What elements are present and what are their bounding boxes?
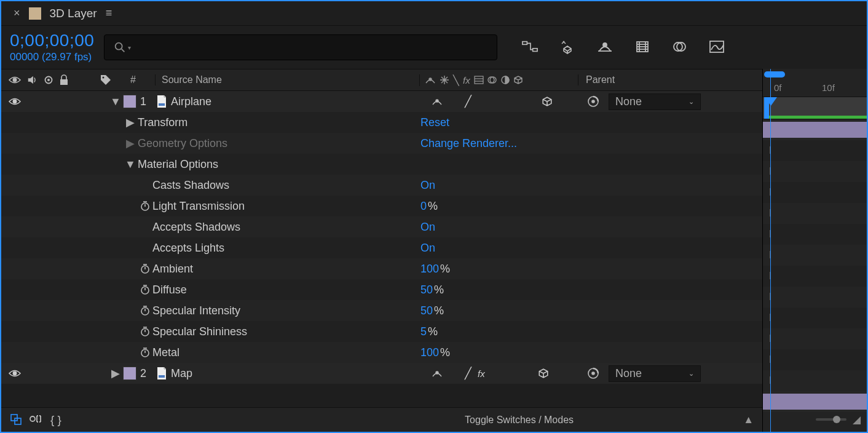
prop-row-ambient[interactable]: Ambient 100% — [1, 258, 762, 279]
stopwatch-icon[interactable] — [138, 305, 152, 316]
quality-switch-icon[interactable]: ╱ — [465, 367, 471, 380]
3d-switch-icon[interactable] — [542, 96, 553, 107]
parent-value: None — [615, 95, 642, 108]
prop-name: Diffuse — [152, 284, 420, 296]
stopwatch-icon[interactable] — [138, 201, 152, 212]
shy-icon[interactable] — [597, 40, 613, 55]
reset-link[interactable]: Reset — [420, 116, 449, 129]
cached-preview-bar — [769, 116, 867, 119]
shy-switch-icon[interactable] — [432, 97, 443, 106]
pickwhip-icon[interactable] — [586, 95, 600, 108]
prop-row-specular-shininess[interactable]: Specular Shininess 5% — [1, 321, 762, 342]
prop-value[interactable]: 50 — [420, 284, 433, 296]
group-row-transform[interactable]: ▶ Transform Reset — [1, 112, 762, 133]
tick-label: 10f — [822, 82, 835, 93]
svg-point-54 — [592, 372, 594, 375]
pct-label: % — [440, 346, 450, 359]
twirl-down-icon[interactable]: ▼ — [123, 158, 138, 171]
svg-point-50 — [13, 371, 16, 375]
comp-flowchart-icon[interactable] — [522, 40, 538, 55]
group-row-geometry[interactable]: ▶ Geometry Options Change Renderer... — [1, 133, 762, 154]
prop-value[interactable]: On — [420, 179, 435, 192]
twirl-right-icon[interactable]: ▶ — [108, 367, 123, 380]
index-col-header[interactable]: # — [130, 74, 155, 85]
visibility-col-icon[interactable] — [9, 75, 21, 85]
parent-dropdown[interactable]: None ⌄ — [609, 93, 701, 110]
work-area-bar[interactable] — [764, 71, 785, 77]
time-nav-strip[interactable] — [763, 97, 867, 119]
layer-name[interactable]: Airplane — [171, 95, 428, 108]
zoom-slider-track[interactable] — [816, 418, 846, 421]
prop-row-metal[interactable]: Metal 100% — [1, 342, 762, 363]
layer-name[interactable]: Map — [171, 367, 428, 380]
fx-switch-icon[interactable]: fx — [478, 368, 485, 379]
group-row-material[interactable]: ▼ Material Options — [1, 154, 762, 175]
main-area: # Source Name ╲ fx Parent — [1, 69, 867, 432]
footage-icon — [152, 367, 171, 380]
prop-value[interactable]: 100 — [420, 263, 439, 276]
tl-layer-bar-map[interactable] — [763, 391, 867, 412]
prop-value[interactable]: 100 — [420, 346, 439, 359]
timeline-area[interactable]: 0f 10f I I I I I I I I I I I I — [762, 69, 867, 432]
prop-value[interactable]: On — [420, 242, 435, 255]
current-timecode[interactable]: 0;00;00;00 — [10, 31, 94, 50]
layer-row-airplane[interactable]: ▼ 1 Airplane ╱ — [1, 91, 762, 112]
prop-name: Light Transmission — [152, 200, 420, 213]
prop-value[interactable]: 5 — [420, 325, 427, 338]
toggle-switches-button[interactable]: Toggle Switches / Modes — [61, 415, 743, 426]
braces-icon[interactable]: { } — [50, 413, 61, 427]
prop-value[interactable]: 50 — [420, 304, 433, 317]
parent-col-header[interactable]: Parent — [578, 74, 762, 85]
visibility-icon[interactable] — [9, 368, 21, 378]
prop-name: Specular Intensity — [152, 304, 420, 317]
parent-dropdown[interactable]: None ⌄ — [609, 365, 701, 382]
render-queue-icon[interactable] — [10, 413, 22, 427]
prop-row-accepts-shadows[interactable]: Accepts Shadows On — [1, 217, 762, 237]
motion-blur-icon[interactable] — [672, 40, 687, 55]
stopwatch-icon[interactable] — [138, 284, 152, 295]
source-col-header[interactable]: Source Name — [155, 74, 419, 85]
frame-blend-icon[interactable] — [635, 40, 650, 55]
prop-row-accepts-lights[interactable]: Accepts Lights On — [1, 237, 762, 258]
pickwhip-icon[interactable] — [586, 367, 600, 380]
zoom-mountain-icon[interactable]: ◢ — [853, 413, 861, 426]
shy-switch-icon[interactable] — [432, 369, 443, 378]
prop-row-diffuse[interactable]: Diffuse 50% — [1, 279, 762, 300]
panel-menu-icon[interactable]: ≡ — [106, 7, 112, 20]
stopwatch-icon[interactable] — [138, 326, 152, 337]
layer-color-chip[interactable] — [123, 367, 136, 380]
prop-row-specular-intensity[interactable]: Specular Intensity 50% — [1, 300, 762, 321]
twirl-right-icon[interactable]: ▶ — [123, 116, 138, 129]
visibility-icon[interactable] — [9, 97, 21, 106]
lock-col-icon[interactable] — [59, 74, 69, 85]
time-ruler[interactable]: 0f 10f — [763, 69, 867, 97]
audio-col-icon[interactable] — [27, 74, 38, 85]
tab-bar: × 3D Layer ≡ — [1, 1, 867, 26]
twirl-right-icon[interactable]: ▶ — [123, 137, 138, 150]
draft-3d-icon[interactable] — [560, 40, 575, 55]
prop-value[interactable]: On — [420, 221, 435, 234]
search-input[interactable]: ▾ — [104, 34, 497, 60]
brackets-icon[interactable] — [30, 413, 43, 427]
quality-switch-icon[interactable]: ╱ — [465, 95, 471, 108]
layer-row-map[interactable]: ▶ 2 Map ╱ fx — [1, 363, 762, 384]
solo-col-icon[interactable] — [44, 76, 53, 84]
timecode-block[interactable]: 0;00;00;00 00000 (29.97 fps) — [10, 31, 94, 63]
twirl-down-icon[interactable]: ▼ — [108, 95, 123, 108]
change-renderer-link[interactable]: Change Renderer... — [420, 137, 517, 150]
close-tab-icon[interactable]: × — [14, 7, 20, 20]
prop-row-light-transmission[interactable]: Light Transmission 0% — [1, 196, 762, 217]
stopwatch-icon[interactable] — [138, 263, 152, 274]
zoom-in-icon[interactable]: ▲ — [743, 414, 754, 426]
tl-layer-bar-airplane[interactable] — [763, 119, 867, 140]
layer-color-chip[interactable] — [123, 95, 136, 108]
graph-editor-icon[interactable] — [709, 40, 725, 55]
search-dropdown-icon[interactable]: ▾ — [128, 44, 131, 51]
tab-title[interactable]: 3D Layer — [50, 7, 97, 20]
prop-row-casts-shadows[interactable]: Casts Shadows On — [1, 175, 762, 196]
playhead[interactable] — [770, 69, 771, 432]
prop-value[interactable]: 0 — [420, 200, 427, 213]
3d-switch-icon[interactable] — [538, 368, 549, 379]
label-col-icon[interactable] — [100, 74, 112, 86]
stopwatch-icon[interactable] — [138, 347, 152, 358]
